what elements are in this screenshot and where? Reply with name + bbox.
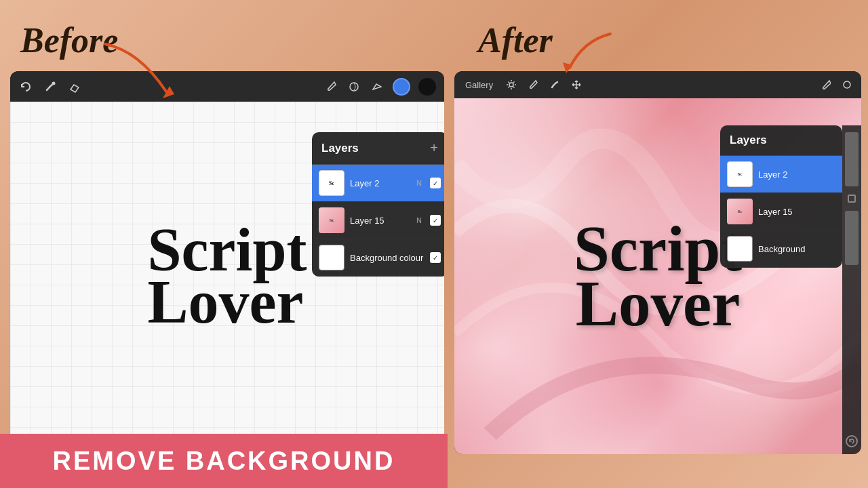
- layers-title-after: Layers: [730, 134, 767, 147]
- layers-panel-after: Layers Sc Layer 2 Sc Layer 15: [720, 125, 842, 268]
- svg-point-4: [509, 83, 513, 87]
- layer-thumb-2-before: [319, 245, 344, 270]
- layer-item-2-before[interactable]: Background colour: [312, 239, 444, 277]
- layer-thumb-1-after: Sc: [727, 199, 753, 224]
- layer-name-0-after: Layer 2: [758, 169, 835, 180]
- layer-thumb-0-after: Sc: [727, 161, 753, 187]
- before-section: Before: [0, 0, 448, 488]
- gallery-btn[interactable]: Gallery: [461, 78, 497, 92]
- svg-point-5: [844, 81, 850, 88]
- layer-thumb-1-before: Sc: [319, 207, 344, 233]
- layer-name-1-after: Layer 15: [758, 207, 835, 217]
- brush-slider[interactable]: [845, 132, 859, 186]
- layer-item-2-after[interactable]: Background: [720, 230, 842, 268]
- canvas-before[interactable]: Script Lover Layers + Sc: [10, 102, 444, 451]
- before-arrow: [98, 37, 180, 108]
- procreate-before: Script Lover Layers + Sc: [10, 71, 444, 451]
- toolbar-after: Gallery: [454, 71, 861, 98]
- after-section: After Gallery: [448, 0, 868, 488]
- bottom-banner: REMOVE BACKGROUND: [0, 434, 448, 488]
- rotate-btn[interactable]: [846, 435, 858, 447]
- layer-name-2-after: Background: [758, 244, 835, 254]
- layer-n-0-before: N: [416, 179, 422, 187]
- brush-size[interactable]: [418, 78, 436, 96]
- opacity-slider[interactable]: [845, 211, 859, 265]
- layer-visible-1-before[interactable]: [430, 215, 441, 226]
- layers-header-after: Layers: [720, 125, 842, 156]
- after-label: After: [478, 20, 553, 60]
- layer-visible-0-before[interactable]: [430, 178, 441, 188]
- color-picker[interactable]: [393, 78, 410, 96]
- layers-title-before: Layers: [321, 142, 359, 155]
- side-toolbar-after: [842, 125, 861, 454]
- pen-after-icon[interactable]: [818, 77, 833, 92]
- layer-visible-2-before[interactable]: [430, 252, 441, 263]
- layers-add-before[interactable]: +: [430, 140, 438, 156]
- banner-text: REMOVE BACKGROUND: [53, 447, 395, 476]
- brush-icon[interactable]: [323, 79, 338, 94]
- main-container: Before: [0, 0, 868, 488]
- selection-tool[interactable]: [848, 195, 856, 203]
- settings-icon[interactable]: [504, 77, 519, 92]
- toolbar-right: [323, 78, 436, 96]
- erase-icon[interactable]: [67, 79, 82, 94]
- erase-after-icon[interactable]: [840, 77, 854, 92]
- undo-icon[interactable]: [18, 79, 33, 94]
- layer-name-1-before: Layer 15: [350, 216, 411, 226]
- brush-after-icon[interactable]: [526, 77, 540, 92]
- layer-name-2-before: Background colour: [350, 253, 425, 263]
- layer-name-0-before: Layer 2: [350, 178, 411, 188]
- layer-item-1-before[interactable]: Sc Layer 15 N: [312, 202, 444, 239]
- layers-panel-before: Layers + Sc Layer 2 N: [312, 132, 444, 277]
- canvas-after[interactable]: Script Lover: [454, 98, 861, 454]
- procreate-after: Gallery: [454, 71, 861, 454]
- smudge2-icon[interactable]: [347, 79, 361, 94]
- svg-point-1: [52, 81, 56, 85]
- layer-thumb-2-after: [727, 236, 753, 262]
- layer-thumb-0-before: Sc: [319, 170, 344, 196]
- toolbar-before: [10, 71, 444, 102]
- layer-item-0-before[interactable]: Sc Layer 2 N: [312, 165, 444, 202]
- layer-item-1-after[interactable]: Sc Layer 15: [720, 193, 842, 230]
- layer-n-1-before: N: [416, 216, 422, 224]
- erase2-icon[interactable]: [370, 79, 384, 94]
- smudge-icon[interactable]: [43, 79, 58, 94]
- layers-header-before: Layers +: [312, 132, 444, 165]
- after-arrow: [556, 27, 624, 84]
- layer-item-0-after[interactable]: Sc Layer 2: [720, 156, 842, 193]
